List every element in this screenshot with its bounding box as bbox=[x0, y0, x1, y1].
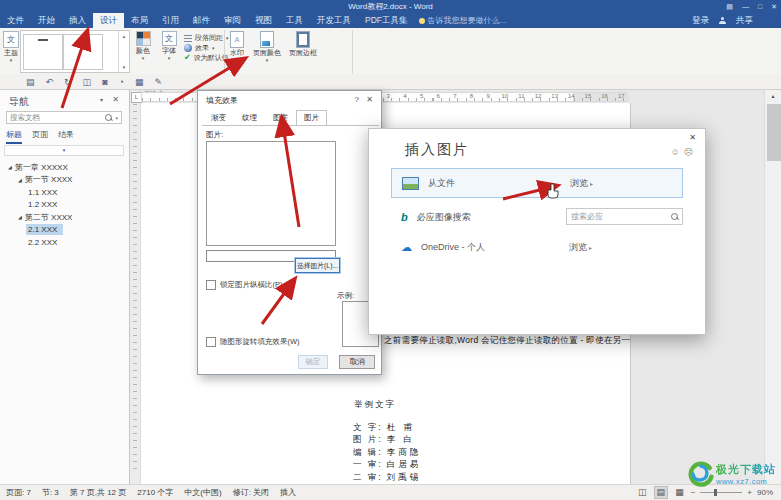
frown-icon[interactable]: ☹ bbox=[684, 147, 693, 157]
nav-options-chevron-icon[interactable]: ▾ bbox=[100, 96, 103, 103]
nav-tree-item[interactable]: 2.2 XXX bbox=[0, 236, 129, 249]
document-paragraph: 之前需要停止读取,Word 会记住您停止读取的位置 - 即使在另一 bbox=[384, 335, 630, 347]
status-item[interactable]: 页面: 7 bbox=[6, 487, 31, 498]
expand-icon[interactable]: ◢ bbox=[8, 164, 12, 170]
cancel-button[interactable]: 取消 bbox=[339, 355, 375, 369]
from-file-row[interactable]: 从文件 浏览▸ bbox=[391, 168, 683, 198]
nav-tree-item[interactable]: 1.2 XXX bbox=[0, 199, 129, 212]
sign-in-button[interactable]: 登录 bbox=[692, 15, 709, 27]
nav-tab[interactable]: 结果 bbox=[58, 129, 74, 144]
watermark-button[interactable]: A 水印 ▾ bbox=[226, 31, 248, 62]
ribbon-tab-3[interactable]: 插入 bbox=[62, 13, 93, 28]
ribbon-display-options-icon[interactable]: ▤ bbox=[726, 3, 733, 11]
share-button[interactable]: 共享 bbox=[736, 15, 753, 27]
status-item[interactable]: 修订: 关闭 bbox=[233, 487, 269, 498]
style-set-thumbnail[interactable] bbox=[63, 34, 103, 70]
bing-search-row[interactable]: b 必应图像搜索 搜索必应 bbox=[391, 207, 703, 227]
close-icon[interactable]: ✕ bbox=[689, 133, 696, 142]
onedrive-row[interactable]: ☁ OneDrive - 个人 浏览▸ bbox=[391, 237, 703, 257]
browse-link[interactable]: 浏览▸ bbox=[569, 241, 592, 254]
select-picture-button[interactable]: 选择图片(L)... bbox=[295, 258, 340, 273]
ruler-number: 12 bbox=[535, 93, 542, 99]
chevron-down-icon: ▾ bbox=[159, 56, 179, 60]
style-set-thumbnail[interactable] bbox=[23, 34, 63, 70]
fonts-button[interactable]: 文 字体 ▾ bbox=[159, 31, 179, 60]
print-layout-icon[interactable]: ▤ bbox=[654, 486, 669, 499]
status-item[interactable]: 节: 3 bbox=[42, 487, 59, 498]
save-icon[interactable]: ▤ bbox=[26, 77, 35, 87]
nav-tree-item[interactable]: ◢第一章 XXXXX bbox=[0, 161, 129, 174]
page-borders-button[interactable]: 页面边框 bbox=[286, 31, 320, 58]
status-item[interactable]: 2710 个字 bbox=[137, 487, 173, 498]
colors-icon bbox=[136, 31, 151, 46]
undo-icon[interactable]: ↶ bbox=[46, 77, 54, 87]
print-preview-icon[interactable]: ◔ bbox=[119, 77, 124, 87]
ribbon-tab-8[interactable]: 审阅 bbox=[217, 13, 248, 28]
nav-search-input[interactable]: 搜索文档 ▾ bbox=[6, 111, 122, 124]
ruler-number: 6 bbox=[437, 93, 440, 99]
ribbon-tab-12[interactable]: PDF工具集 bbox=[358, 13, 415, 28]
nav-tree-item[interactable]: 2.1 XXX bbox=[0, 224, 129, 237]
ribbon-tab-4[interactable]: 设计 bbox=[93, 13, 124, 28]
zoom-slider-thumb[interactable] bbox=[714, 489, 717, 496]
ribbon-tab-5[interactable]: 布局 bbox=[124, 13, 155, 28]
set-default-button[interactable]: ✔ 设为默认值 bbox=[184, 53, 229, 63]
nav-close-icon[interactable]: ✕ bbox=[112, 95, 119, 104]
scroll-up-icon[interactable]: ▲ bbox=[765, 90, 781, 102]
zoom-in-icon[interactable]: + bbox=[747, 488, 752, 497]
print-icon[interactable]: ▦ bbox=[135, 77, 144, 87]
checkbox-icon[interactable] bbox=[206, 337, 216, 347]
paragraph-spacing-button[interactable]: 段落间距▾ bbox=[184, 33, 229, 43]
ribbon-tab-1[interactable]: 文件 bbox=[0, 13, 31, 28]
status-item[interactable]: 中文(中国) bbox=[184, 487, 221, 498]
nav-tree-item[interactable]: ◢第二节 XXXX bbox=[0, 211, 129, 224]
redo-icon[interactable]: ↻ bbox=[64, 77, 72, 87]
browse-link[interactable]: 浏览▸ bbox=[570, 177, 593, 190]
nav-tab[interactable]: 标题 bbox=[6, 129, 22, 144]
ribbon-tab-10[interactable]: 工具 bbox=[279, 13, 310, 28]
expand-icon[interactable]: ◢ bbox=[18, 214, 22, 220]
quick-access-toolbar: ▤↶↻◫◙◔▦✎ bbox=[0, 74, 781, 90]
minimize-icon[interactable]: — bbox=[742, 3, 749, 10]
style-set-gallery[interactable]: ▴▾ bbox=[20, 30, 130, 73]
checkbox-icon[interactable] bbox=[206, 280, 216, 290]
close-icon[interactable]: ✕ bbox=[366, 95, 373, 104]
page-color-button[interactable]: 页面颜色 ▾ bbox=[250, 31, 284, 62]
ribbon-tab-2[interactable]: 开始 bbox=[31, 13, 62, 28]
vertical-scrollbar[interactable]: ▲ bbox=[764, 90, 781, 484]
help-icon[interactable]: ? bbox=[355, 95, 359, 104]
rotate-fill-checkbox[interactable]: 随图形旋转填充效果(W) bbox=[206, 337, 300, 347]
status-item[interactable]: 插入 bbox=[280, 487, 296, 498]
scrollbar-thumb[interactable] bbox=[767, 104, 781, 161]
zoom-out-icon[interactable]: − bbox=[691, 488, 696, 497]
themes-button[interactable]: 文 主题 ▾ bbox=[3, 31, 19, 62]
zoom-slider[interactable] bbox=[700, 492, 742, 493]
ribbon-tab-11[interactable]: 开发工具 bbox=[310, 13, 358, 28]
bing-search-input[interactable]: 搜索必应 bbox=[566, 208, 683, 225]
colors-button[interactable]: 颜色 ▾ bbox=[133, 31, 153, 60]
lock-aspect-checkbox[interactable]: 锁定图片纵横比(P) bbox=[206, 280, 283, 290]
two-pages-icon[interactable]: ◫ bbox=[83, 77, 92, 87]
nav-heading-bar[interactable]: ▾ bbox=[4, 145, 124, 156]
spelling-icon[interactable]: ✎ bbox=[155, 77, 163, 87]
nav-tree-item[interactable]: 1.1 XXX bbox=[0, 186, 129, 199]
read-mode-icon[interactable]: ◫ bbox=[636, 487, 649, 498]
nav-tab[interactable]: 页面 bbox=[32, 129, 48, 144]
ribbon-tab-9[interactable]: 视图 bbox=[248, 13, 279, 28]
smile-icon[interactable]: ☺ bbox=[670, 147, 679, 157]
effects-button[interactable]: 效果▾ bbox=[184, 43, 229, 53]
gallery-more-button[interactable]: ▴▾ bbox=[118, 31, 129, 72]
expand-icon[interactable]: ◢ bbox=[18, 177, 22, 183]
ribbon-tab-6[interactable]: 引用 bbox=[155, 13, 186, 28]
tell-me-box[interactable]: 告诉我您想要做什么... bbox=[419, 13, 507, 28]
close-icon[interactable]: ✕ bbox=[771, 3, 777, 11]
zoom-level[interactable]: 90% bbox=[757, 488, 773, 497]
web-layout-icon[interactable]: ▦ bbox=[673, 487, 686, 498]
status-item[interactable]: 第 7 页,共 12 页 bbox=[70, 487, 126, 498]
lock-icon[interactable]: ◙ bbox=[102, 77, 107, 87]
search-icon bbox=[671, 213, 678, 220]
maximize-icon[interactable]: □ bbox=[758, 3, 762, 10]
nav-tree-item[interactable]: ◢第一节 XXXX bbox=[0, 174, 129, 187]
ribbon-tab-7[interactable]: 邮件 bbox=[186, 13, 217, 28]
search-dropdown-icon[interactable]: ▾ bbox=[115, 115, 118, 121]
